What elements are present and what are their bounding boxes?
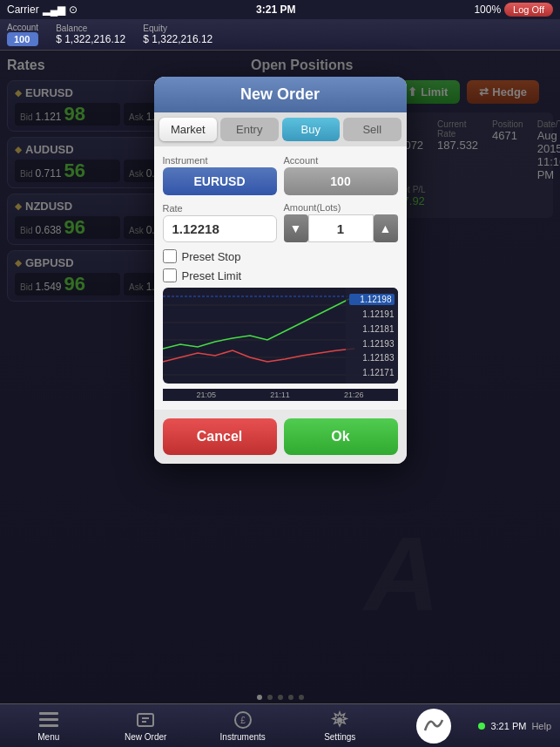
modal-title: New Order bbox=[240, 85, 320, 103]
price-tick-5: 1.12183 bbox=[349, 353, 395, 363]
battery-text: 100% bbox=[474, 3, 501, 16]
preset-limit-row: Preset Limit bbox=[163, 268, 398, 282]
tab-buy[interactable]: Buy bbox=[282, 118, 341, 141]
balance-label: Balance bbox=[56, 24, 125, 33]
preset-stop-label: Preset Stop bbox=[182, 250, 241, 263]
new-order-icon bbox=[135, 710, 156, 730]
preset-limit-label: Preset Limit bbox=[182, 269, 242, 282]
modal-body: Instrument EURUSD Account 100 Rate 1.122… bbox=[154, 146, 407, 410]
online-indicator bbox=[478, 723, 485, 730]
modal-rate-field: Rate 1.12218 bbox=[163, 203, 277, 242]
price-tick-2: 1.12191 bbox=[349, 309, 395, 319]
svg-rect-9 bbox=[138, 714, 153, 726]
svg-rect-8 bbox=[39, 724, 58, 727]
modal-overlay: New Order Market Entry Buy Sell Instrume… bbox=[0, 51, 560, 703]
toolbar-instruments[interactable]: £ Instruments bbox=[194, 706, 291, 745]
chart-area: 1.12198 1.12191 1.12181 1.12193 1.12183 … bbox=[163, 288, 398, 401]
tab-market[interactable]: Market bbox=[159, 118, 218, 141]
preset-limit-checkbox[interactable] bbox=[163, 268, 177, 282]
toolbar-logo bbox=[416, 709, 451, 744]
price-chart: 1.12198 1.12191 1.12181 1.12193 1.12183 … bbox=[163, 288, 398, 384]
cancel-button[interactable]: Cancel bbox=[163, 418, 277, 455]
toolbar-new-order[interactable]: New Order bbox=[97, 706, 193, 745]
tab-entry[interactable]: Entry bbox=[220, 118, 279, 141]
preset-stop-checkbox[interactable] bbox=[163, 249, 177, 263]
toolbar-help[interactable]: Help bbox=[531, 721, 551, 731]
carrier-text: Carrier bbox=[7, 3, 39, 16]
status-bar: Carrier ▂▄▆ ⊙ 3:21 PM 100% Log Off bbox=[0, 0, 560, 19]
signal-icon: ▂▄▆ bbox=[43, 3, 66, 16]
status-time: 3:21 PM bbox=[256, 3, 295, 16]
modal-instrument-label: Instrument bbox=[163, 155, 277, 166]
bottom-toolbar: Menu New Order £ Instruments Setting bbox=[0, 703, 560, 747]
tab-sell[interactable]: Sell bbox=[343, 118, 401, 141]
rate-amount-row: Rate 1.12218 Amount(Lots) ▼ 1 ▲ bbox=[163, 202, 398, 242]
balance-field: Balance $ 1,322,216.12 bbox=[56, 24, 125, 45]
chart-price-labels: 1.12198 1.12191 1.12181 1.12193 1.12183 … bbox=[346, 288, 398, 384]
status-left: Carrier ▂▄▆ ⊙ bbox=[7, 3, 78, 16]
toolbar-menu[interactable]: Menu bbox=[0, 706, 97, 745]
toolbar-time: 3:21 PM bbox=[490, 721, 526, 731]
account-header: Account 100 Balance $ 1,322,216.12 Equit… bbox=[0, 19, 560, 51]
chart-time-2: 21:11 bbox=[270, 390, 290, 399]
chart-svg bbox=[163, 288, 363, 384]
price-tick-4: 1.12193 bbox=[349, 339, 395, 349]
account-field: Account 100 bbox=[7, 23, 38, 46]
price-tick-1: 1.12198 bbox=[349, 294, 395, 305]
main-content: Rates ◆ EURUSD Bid 1.121 98 Ask 1.122 18 bbox=[0, 51, 560, 703]
preset-stop-row: Preset Stop bbox=[163, 249, 398, 263]
settings-icon bbox=[329, 710, 350, 730]
amount-decrease-button[interactable]: ▼ bbox=[284, 214, 308, 242]
modal-amount-label: Amount(Lots) bbox=[284, 202, 398, 213]
modal-account-value[interactable]: 100 bbox=[284, 167, 398, 195]
amount-stepper: ▼ 1 ▲ bbox=[284, 214, 398, 242]
account-value: 100 bbox=[7, 32, 38, 46]
modal-account-field: Account 100 bbox=[284, 155, 398, 195]
modal-rate-value[interactable]: 1.12218 bbox=[163, 215, 277, 242]
modal-instrument-value[interactable]: EURUSD bbox=[163, 167, 277, 195]
price-tick-6: 1.12171 bbox=[349, 368, 395, 377]
status-right: 100% Log Off bbox=[474, 3, 553, 17]
amount-value: 1 bbox=[308, 214, 374, 242]
wifi-icon: ⊙ bbox=[69, 3, 78, 16]
modal-amount-field: Amount(Lots) ▼ 1 ▲ bbox=[284, 202, 398, 242]
equity-label: Equity bbox=[143, 24, 213, 33]
balance-value: $ 1,322,216.12 bbox=[56, 33, 125, 45]
account-label: Account bbox=[7, 23, 38, 32]
toolbar-right-info: 3:21 PM Help bbox=[478, 721, 560, 731]
chart-time-labels: 21:05 21:11 21:26 bbox=[163, 389, 398, 401]
svg-rect-6 bbox=[39, 712, 58, 715]
modal-instrument-field: Instrument EURUSD bbox=[163, 155, 277, 195]
ok-button[interactable]: Ok bbox=[284, 418, 398, 455]
modal-header: New Order bbox=[154, 77, 407, 112]
instrument-account-row: Instrument EURUSD Account 100 bbox=[163, 155, 398, 195]
new-order-modal: New Order Market Entry Buy Sell Instrume… bbox=[154, 77, 407, 464]
modal-rate-label: Rate bbox=[163, 203, 277, 214]
amount-increase-button[interactable]: ▲ bbox=[374, 214, 398, 242]
price-tick-3: 1.12181 bbox=[349, 324, 395, 334]
equity-value: $ 1,322,216.12 bbox=[143, 33, 213, 45]
toolbar-settings[interactable]: Settings bbox=[291, 706, 388, 745]
chart-time-3: 21:26 bbox=[344, 390, 364, 399]
menu-icon bbox=[38, 710, 59, 730]
modal-tabs: Market Entry Buy Sell bbox=[154, 112, 407, 146]
modal-buttons: Cancel Ok bbox=[154, 410, 407, 464]
svg-text:£: £ bbox=[240, 716, 246, 725]
equity-field: Equity $ 1,322,216.12 bbox=[143, 24, 213, 45]
modal-account-label: Account bbox=[284, 155, 398, 166]
svg-rect-7 bbox=[39, 718, 58, 721]
instruments-icon: £ bbox=[233, 710, 253, 730]
toolbar-logo-area bbox=[388, 709, 478, 744]
log-out-button[interactable]: Log Off bbox=[504, 3, 553, 17]
chart-time-1: 21:05 bbox=[197, 390, 217, 399]
